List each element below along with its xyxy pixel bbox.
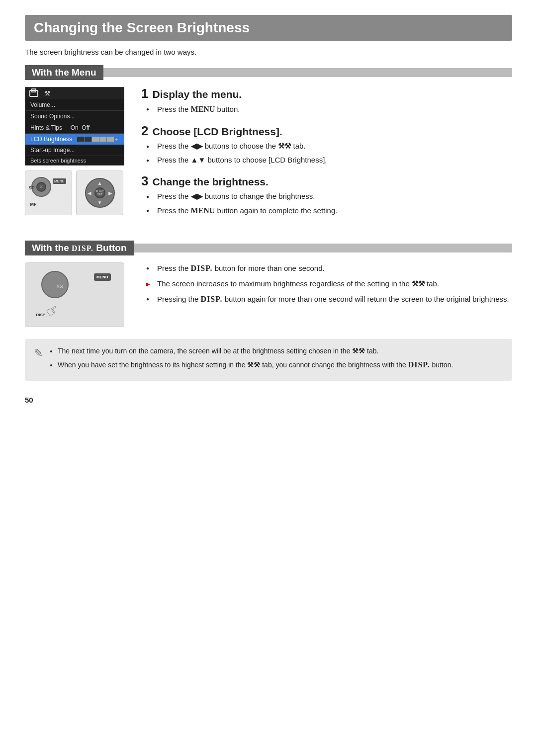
- disp-bullet-3: Pressing the DISP. button again for more…: [146, 293, 512, 305]
- cam-dpad: ▲ ▼ ◀ ▶ FUNC SET: [85, 178, 115, 208]
- step-1-bullet-1: Press the MENU button.: [146, 103, 512, 115]
- disp-cam-menu-btn-label: MENU: [94, 273, 111, 281]
- cam-menu-btn: MENU: [53, 178, 66, 184]
- step-3-bullet-1: Press the ◀▶ buttons to change the brigh…: [146, 191, 512, 202]
- brightness-block-1: [77, 137, 84, 142]
- cam-sp-label: SP: [29, 185, 35, 190]
- dpad-center: FUNC SET: [94, 187, 105, 198]
- wrench-icon-4: ⚒⚒: [247, 361, 260, 369]
- step-1-title: Display the menu.: [152, 88, 242, 100]
- disp-mono-heading: DISP.: [72, 244, 93, 252]
- menu-item-brightness: LCD Brightness - +: [25, 134, 124, 145]
- menu-item-hints: Hints & Tips On Off: [25, 122, 124, 134]
- lr-arrows-2: ◀▶: [191, 192, 203, 200]
- note-content: The next time you turn on the camera, th…: [50, 346, 503, 374]
- brightness-minus: -: [74, 136, 76, 142]
- camera-buttons-row: ⚔ SP MF MENU ▲ ▼ ◀ ▶ FUNC SET: [25, 170, 129, 215]
- step-2-bullets: Press the ◀▶ buttons to choose the ⚒⚒ ta…: [141, 141, 512, 166]
- section-heading-menu-bar: [103, 68, 512, 77]
- camera-left-image: ⚔ SP MF MENU: [25, 170, 72, 215]
- disp-right-content: Press the DISP. button for more than one…: [141, 262, 512, 327]
- step-3-title: Change the brightness.: [152, 176, 268, 188]
- page-number: 50: [25, 396, 512, 404]
- note-bullet-2: When you have set the brightness to its …: [58, 359, 503, 371]
- step-3-bullets: Press the ◀▶ buttons to change the brigh…: [141, 191, 512, 217]
- disp-cam-disp-label: DISP: [36, 313, 46, 317]
- camera-right-image: ▲ ▼ ◀ ▶ FUNC SET: [76, 170, 123, 215]
- brightness-block-5: [107, 137, 114, 142]
- page-title: Changing the Screen Brightness: [25, 15, 512, 41]
- step-1-bullets: Press the MENU button.: [141, 103, 512, 115]
- disp-cam-dial: ⚔⚔: [41, 271, 69, 298]
- wrench-icon-3: ⚒⚒: [352, 347, 365, 355]
- step-2-title: Choose [LCD Brightness].: [152, 126, 282, 138]
- menu-top-bar: ⚒: [25, 87, 124, 99]
- wrench-tab-icon: ⚒: [44, 89, 51, 97]
- step-3: 3 Change the brightness. Press the ◀▶ bu…: [141, 174, 512, 217]
- note-pencil-icon: ✎: [34, 347, 43, 360]
- menu-footer-text: Sets screen brightness: [25, 156, 124, 165]
- disp-mono-3: DISP.: [408, 360, 430, 369]
- disp-cam-dial-label: ⚔⚔: [56, 284, 63, 289]
- section-heading-menu-text: With the Menu: [25, 65, 103, 80]
- disp-content: ⚔⚔ MENU DISP ☞ Press the DISP. button fo…: [25, 262, 512, 327]
- step-3-title-row: 3 Change the brightness.: [141, 174, 512, 188]
- disp-section: ⚔⚔ MENU DISP ☞ Press the DISP. button fo…: [25, 262, 512, 327]
- disp-left-image: ⚔⚔ MENU DISP ☞: [25, 262, 129, 327]
- dpad-arrow-down: ▼: [97, 200, 102, 205]
- menu-item-startup: Start-up Image...: [25, 145, 124, 156]
- cam-left-graphic: ⚔ SP MF MENU: [29, 174, 69, 212]
- disp-cam-finger-icon: ☞: [43, 301, 62, 321]
- step-2-bullet-2: Press the ▲▼ buttons to choose [LCD Brig…: [146, 155, 512, 166]
- lr-arrows-1: ◀▶: [191, 142, 203, 150]
- disp-bullet-1: Press the DISP. button for more than one…: [146, 262, 512, 274]
- menu-rows: Volume... Sound Options... Hints & Tips …: [25, 99, 124, 156]
- step-2: 2 Choose [LCD Brightness]. Press the ◀▶ …: [141, 124, 512, 166]
- cam-dial-inner: ⚔: [36, 182, 46, 192]
- step-1: 1 Display the menu. Press the MENU butto…: [141, 87, 512, 115]
- menu-bold-1: MENU: [191, 105, 215, 113]
- note-bullet-1: The next time you turn on the camera, th…: [58, 346, 503, 356]
- disp-cam-graphic: ⚔⚔ MENU DISP ☞: [31, 266, 118, 323]
- disp-bullets: Press the DISP. button for more than one…: [141, 262, 512, 306]
- steps-right: 1 Display the menu. Press the MENU butto…: [141, 87, 512, 226]
- dpad-arrow-right: ▶: [108, 190, 112, 195]
- note-box: ✎ The next time you turn on the camera, …: [25, 339, 512, 381]
- wrench-icon-1: ⚒⚒: [278, 142, 291, 150]
- step-3-number: 3: [141, 174, 148, 187]
- brightness-bar: - +: [74, 136, 118, 142]
- menu-section: ⚒ Volume... Sound Options... Hints & Tip…: [25, 87, 512, 226]
- section-heading-disp-text: With the DISP. Button: [25, 241, 134, 255]
- note-bullets: The next time you turn on the camera, th…: [50, 346, 503, 371]
- disp-mono-2: DISP.: [201, 295, 223, 303]
- menu-left-images: ⚒ Volume... Sound Options... Hints & Tip…: [25, 87, 129, 226]
- step-2-title-row: 2 Choose [LCD Brightness].: [141, 124, 512, 138]
- cam-mf-label: MF: [30, 202, 37, 207]
- step-1-number: 1: [141, 87, 148, 100]
- brightness-block-4: [99, 137, 106, 142]
- brightness-plus: +: [115, 136, 118, 142]
- section-heading-menu: With the Menu: [25, 65, 512, 80]
- menu-bold-2: MENU: [191, 206, 215, 215]
- brightness-blocks: [77, 137, 114, 142]
- brightness-block-3: [92, 137, 99, 142]
- dpad-arrow-up: ▲: [97, 180, 102, 186]
- camera-tab-icon: [29, 90, 38, 97]
- step-2-bullet-1: Press the ◀▶ buttons to choose the ⚒⚒ ta…: [146, 141, 512, 152]
- step-2-number: 2: [141, 124, 148, 137]
- section-heading-disp-bar: [134, 244, 512, 252]
- ud-arrows-1: ▲▼: [191, 156, 206, 164]
- menu-screenshot: ⚒ Volume... Sound Options... Hints & Tip…: [25, 87, 124, 166]
- disp-mono-1: DISP.: [191, 264, 213, 272]
- section-heading-disp: With the DISP. Button: [25, 241, 512, 255]
- brightness-block-2: [85, 137, 91, 142]
- dpad-arrow-left: ◀: [88, 190, 91, 195]
- step-1-title-row: 1 Display the menu.: [141, 87, 512, 100]
- disp-bullet-2: The screen increases to maximum brightne…: [146, 278, 512, 290]
- menu-item-volume: Volume...: [25, 99, 124, 111]
- cam-right-graphic: ▲ ▼ ◀ ▶ FUNC SET: [80, 174, 120, 212]
- intro-text: The screen brightness can be changed in …: [25, 48, 512, 56]
- menu-item-sound: Sound Options...: [25, 111, 124, 122]
- wrench-icon-2: ⚒⚒: [412, 280, 425, 288]
- disp-camera-img: ⚔⚔ MENU DISP ☞: [25, 262, 124, 327]
